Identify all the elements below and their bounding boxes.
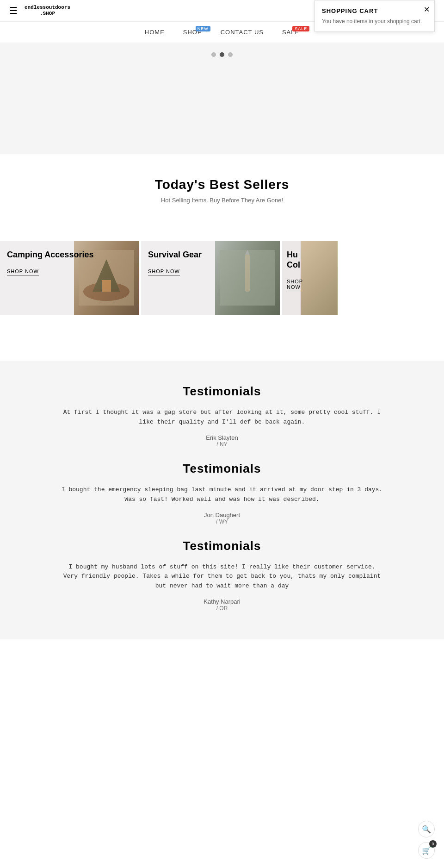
nav-shop-badge: New <box>196 26 210 31</box>
slider-dots <box>211 52 233 57</box>
testimonial-heading-1: Testimonials <box>14 384 430 399</box>
nav-contact[interactable]: CONTACT US <box>221 29 264 36</box>
logo[interactable]: endlessoutdoors .SHOP <box>25 5 70 17</box>
testimonial-text-2: I bought the emergency sleeping bag last… <box>60 485 384 505</box>
product-info-survival: Survival Gear SHOP NOw <box>148 250 202 275</box>
product-image-partial <box>301 241 338 315</box>
logo-text-line2: .SHOP <box>25 11 70 17</box>
testimonial-author-1: Erik Slayten <box>14 434 430 441</box>
nav-sale-badge: Sale <box>292 26 309 31</box>
testimonial-block-3: Testimonials I bought my husband lots of… <box>14 539 430 612</box>
product-name-survival: Survival Gear <box>148 250 202 260</box>
shop-now-survival[interactable]: SHOP NOw <box>148 269 180 275</box>
slider-dot-3[interactable] <box>228 52 233 57</box>
testimonials-section: Testimonials At first I thought it was a… <box>0 361 444 639</box>
testimonial-location-1: / NY <box>14 441 430 448</box>
testimonial-location-2: / WY <box>14 518 430 525</box>
products-section: Camping Accessories SHOP NOW Survival Ge… <box>0 231 444 361</box>
product-name-partial: HuCol <box>287 250 303 270</box>
best-sellers-title: Today's Best Sellers <box>14 177 430 192</box>
logo-text-line1: endlessoutdoors <box>25 5 70 11</box>
testimonial-author-3: Kathy Narpari <box>14 598 430 605</box>
testimonial-heading-3: Testimonials <box>14 539 430 553</box>
cart-panel-title: SHOPPING CART <box>322 7 427 14</box>
product-info-camping: Camping Accessories SHOP NOW <box>7 250 93 275</box>
header-left: ☰ endlessoutdoors .SHOP <box>9 5 70 17</box>
product-card-partial: HuCol SHOPNOW <box>282 241 338 315</box>
product-name-camping: Camping Accessories <box>7 250 93 260</box>
header: ☰ endlessoutdoors .SHOP SHOPPING CART ✕ … <box>0 0 444 22</box>
product-card-survival: Survival Gear SHOP NOw <box>141 241 280 315</box>
product-card-camping: Camping Accessories SHOP NOW <box>0 241 139 315</box>
nav-home-label: HOME <box>145 29 165 36</box>
shop-now-camping[interactable]: SHOP NOW <box>7 269 39 275</box>
svg-rect-3 <box>102 280 111 292</box>
cart-empty-message: You have no items in your shopping cart. <box>322 18 427 25</box>
hamburger-menu-icon[interactable]: ☰ <box>9 5 18 16</box>
slider-dot-2[interactable] <box>220 52 224 57</box>
cart-close-icon[interactable]: ✕ <box>424 5 430 14</box>
hero-slider <box>0 43 444 154</box>
svg-rect-5 <box>245 255 250 292</box>
testimonial-author-2: Jon Daughert <box>14 512 430 518</box>
nav-contact-label: CONTACT US <box>221 29 264 36</box>
testimonial-text-3: I bought my husband lots of stuff on thi… <box>60 562 384 591</box>
shop-now-partial[interactable]: SHOPNOW <box>287 279 303 291</box>
testimonial-heading-2: Testimonials <box>14 462 430 476</box>
products-scroll: Camping Accessories SHOP NOW Survival Ge… <box>0 231 444 333</box>
best-sellers-section: Today's Best Sellers Hot Selling Items. … <box>0 154 444 231</box>
best-sellers-subtitle: Hot Selling Items. Buy Before They Are G… <box>14 197 430 204</box>
nav-shop[interactable]: SHOP New <box>183 29 202 36</box>
nav-sale[interactable]: SALE Sale <box>282 29 299 36</box>
testimonial-block-2: Testimonials I bought the emergency slee… <box>14 462 430 525</box>
product-image-survival <box>215 241 280 315</box>
testimonial-location-3: / OR <box>14 605 430 612</box>
slider-dot-1[interactable] <box>211 52 216 57</box>
testimonial-block-1: Testimonials At first I thought it was a… <box>14 384 430 448</box>
cart-panel: SHOPPING CART ✕ You have no items in you… <box>314 0 435 32</box>
testimonial-text-1: At first I thought it was a gag store bu… <box>60 408 384 427</box>
nav-home[interactable]: HOME <box>145 29 165 36</box>
product-info-partial: HuCol SHOPNOW <box>287 250 303 291</box>
